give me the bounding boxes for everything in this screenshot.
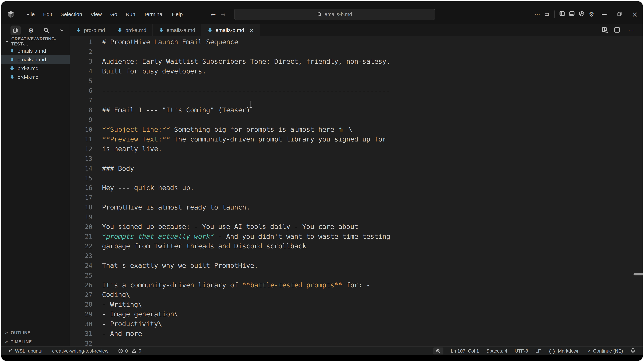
magnifier-plus-icon	[436, 349, 441, 354]
editor-line[interactable]: 5	[70, 76, 642, 86]
encoding[interactable]: UTF-8	[515, 348, 528, 354]
explorer-section-header[interactable]: CREATIVE-WRITING-TEST-...	[2, 36, 70, 46]
command-center-search[interactable]: emails-b.md	[234, 9, 435, 20]
remote-indicator[interactable]: WSL: ubuntu	[8, 348, 42, 354]
editor-line[interactable]: 10**Subject Line:** Something big for pr…	[70, 124, 642, 134]
editor-line[interactable]: 9	[70, 115, 642, 125]
open-changes-icon[interactable]	[602, 27, 608, 34]
menu-edit[interactable]: Edit	[39, 9, 56, 19]
outline-section[interactable]: > OUTLINE	[2, 328, 70, 337]
editor-line[interactable]: 20You signed up because: - You use AI to…	[70, 222, 642, 232]
editor-line[interactable]: 2	[70, 47, 642, 57]
menu-selection[interactable]: Selection	[56, 9, 86, 19]
more-actions-icon[interactable]: ⋯	[532, 11, 542, 18]
restore-button[interactable]	[612, 11, 627, 17]
editor-line[interactable]: 18PromptHive is almost ready to launch.	[70, 202, 642, 212]
editor-line[interactable]: 11**Preview Text:** The community-driven…	[70, 134, 642, 144]
language-mode[interactable]: { } Markdown	[548, 348, 580, 354]
markdown-file-icon	[10, 74, 15, 80]
editor-line[interactable]: 24That's exactly why we built PromptHive…	[70, 261, 642, 271]
markdown-file-icon	[10, 57, 15, 62]
tab-prd-a[interactable]: prd-a.md	[111, 24, 152, 36]
menu-run[interactable]: Run	[122, 9, 140, 19]
line-number: 18	[70, 204, 92, 211]
editor-line[interactable]: 31- And more	[70, 329, 642, 339]
minimize-button[interactable]	[596, 13, 612, 16]
editor-line[interactable]: 22garbage from Twitter threads and Disco…	[70, 241, 642, 251]
titlebar-actions: ⋯ ⇄ ⚙ ×	[532, 10, 642, 18]
more-actions-icon[interactable]: ⋯	[626, 27, 636, 34]
cursor-position[interactable]: Ln 107, Col 1	[451, 348, 479, 354]
menu-terminal[interactable]: Terminal	[140, 9, 168, 19]
line-number: 11	[70, 135, 92, 143]
scrollbar-thumb[interactable]	[634, 273, 642, 275]
settings-gear-icon[interactable]: ⚙	[586, 11, 596, 18]
file-item-emails-b[interactable]: emails-b.md	[2, 55, 70, 64]
editor-line[interactable]: 12is nearly live.	[70, 144, 642, 154]
tab-emails-a[interactable]: emails-a.md	[152, 24, 202, 36]
editor-line[interactable]: 13	[70, 154, 642, 163]
file-item-emails-a[interactable]: emails-a.md	[2, 46, 70, 55]
error-icon	[118, 349, 123, 354]
editor-line[interactable]: 4Built for busy developers.	[70, 66, 642, 76]
editor-line[interactable]: 7	[70, 95, 642, 105]
editor-line[interactable]: 6---------------------------------------…	[70, 86, 642, 95]
menu-go[interactable]: Go	[106, 9, 122, 19]
tab-label: emails-b.md	[216, 27, 244, 33]
tab-emails-b[interactable]: emails-b.md ×	[202, 24, 260, 36]
editor-line[interactable]: 8## Email 1 --- "It's Coming" (Teaser)	[70, 105, 642, 115]
layout-sidebar-icon[interactable]	[557, 11, 567, 18]
menu-file[interactable]: File	[22, 9, 39, 19]
eol-sequence[interactable]: LF	[535, 348, 541, 354]
file-item-prd-a[interactable]: prd-a.md	[2, 64, 70, 73]
editor-line[interactable]: 30- Productivity\	[70, 319, 642, 329]
continue-extension[interactable]: ✓ Continue (NE)	[587, 348, 623, 354]
layout-panel-icon[interactable]	[567, 11, 577, 18]
editor-line[interactable]: 32	[70, 338, 642, 346]
explorer-copy-icon[interactable]	[10, 25, 21, 35]
history-nav: ← →	[210, 11, 226, 18]
line-text: Hey --- quick heads up.	[92, 184, 194, 192]
editor-line[interactable]: 29- Image generation\	[70, 309, 642, 319]
zoom-indicator[interactable]	[433, 348, 444, 355]
cube-icon[interactable]	[577, 11, 586, 18]
editor[interactable]: 1# PromptHive Launch Email Sequence23Aud…	[70, 36, 642, 346]
problems-status[interactable]: 0 0	[118, 348, 141, 354]
workspace-status[interactable]: creative-writing-test-review	[52, 348, 108, 354]
line-number: 28	[70, 301, 92, 308]
editor-line[interactable]: 17	[70, 193, 642, 203]
editor-line[interactable]: 1# PromptHive Launch Email Sequence	[70, 37, 642, 47]
split-editor-icon[interactable]	[614, 27, 620, 34]
file-name: emails-a.md	[18, 48, 46, 54]
editor-line[interactable]: 23	[70, 251, 642, 261]
menu-help[interactable]: Help	[168, 9, 187, 19]
editor-line[interactable]: 21*prompts that actually work* - And you…	[70, 232, 642, 241]
forward-icon[interactable]: →	[220, 11, 226, 18]
editor-line[interactable]: 14### Body	[70, 163, 642, 173]
editor-line[interactable]: 3Audience: Early Waitlist Subscribers To…	[70, 56, 642, 66]
line-number: 2	[70, 48, 92, 55]
editor-line[interactable]: 27Coding\	[70, 290, 642, 300]
openai-icon[interactable]: ✻	[26, 25, 36, 35]
back-icon[interactable]: ←	[210, 11, 216, 18]
editor-line[interactable]: 28- Writing\	[70, 300, 642, 309]
chevron-down-icon[interactable]	[57, 25, 67, 35]
tab-label: prd-b.md	[84, 27, 105, 33]
timeline-section[interactable]: > TIMELINE	[2, 337, 70, 346]
indentation[interactable]: Spaces: 4	[486, 348, 507, 354]
tab-close-icon[interactable]: ×	[249, 27, 254, 33]
editor-line[interactable]: 26It's a community-driven library of **b…	[70, 280, 642, 290]
editor-line[interactable]: 19	[70, 212, 642, 222]
file-name: prd-b.md	[18, 74, 38, 80]
close-button[interactable]: ×	[627, 10, 642, 18]
notifications-bell-icon[interactable]	[630, 348, 636, 354]
menu-view[interactable]: View	[86, 9, 106, 19]
sidebar: ✻ CREATIVE-WRITING-TEST-... emails-a.md …	[2, 24, 70, 346]
tab-prd-b[interactable]: prd-b.md	[70, 24, 111, 36]
editor-line[interactable]: 15	[70, 173, 642, 183]
file-item-prd-b[interactable]: prd-b.md	[2, 73, 70, 81]
editor-line[interactable]: 25	[70, 270, 642, 280]
sync-arrows-icon[interactable]: ⇄	[542, 11, 552, 18]
editor-line[interactable]: 16Hey --- quick heads up.	[70, 183, 642, 193]
search-icon[interactable]	[41, 25, 52, 35]
